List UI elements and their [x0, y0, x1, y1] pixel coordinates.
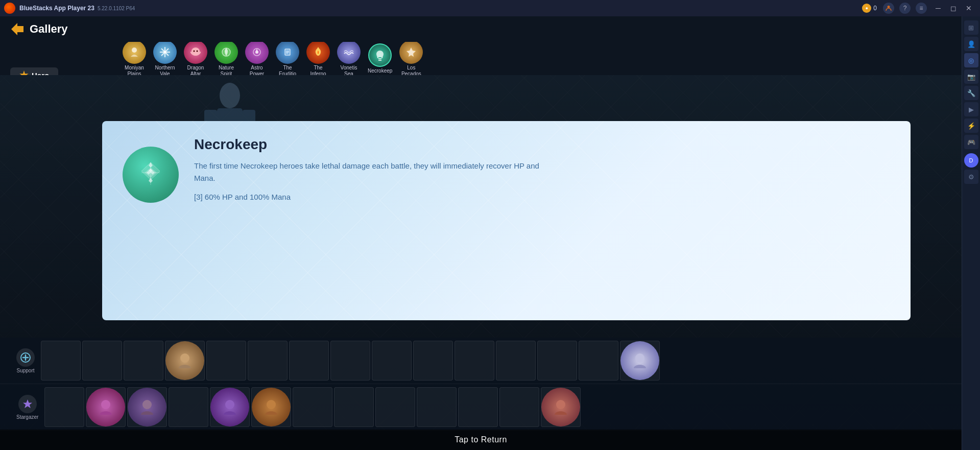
sidebar-icon-8[interactable]: 🎮: [964, 135, 978, 149]
main-area: Gallery Hero Faction ▶ Role ▼: [0, 16, 962, 450]
sidebar-icon-1[interactable]: ⊞: [964, 20, 978, 35]
sidebar-icon-7[interactable]: ⚡: [964, 119, 978, 133]
faction-necrokeep[interactable]: Necrokeep: [368, 43, 392, 74]
northern-icon: [153, 42, 177, 64]
titlebar-icons: ? ≡: [883, 3, 927, 14]
hero-cell-support-empty-3[interactable]: [124, 341, 163, 381]
nature-icon: [214, 42, 238, 64]
svg-point-7: [164, 51, 166, 53]
inferno-icon: [306, 42, 330, 64]
sidebar-icon-3[interactable]: ◎: [964, 53, 978, 67]
hero-cell-support-empty-10[interactable]: [455, 341, 494, 381]
hero-cell-support-empty-8[interactable]: [372, 341, 412, 381]
svg-marker-1: [11, 23, 23, 35]
hero-cell-star-hero2[interactable]: [127, 387, 167, 427]
star-hero1-avatar: [86, 388, 125, 427]
faction-moniyan[interactable]: MoniyanPlains: [123, 42, 146, 75]
vonetis-icon: [337, 42, 361, 64]
hero-cell-star-empty-5[interactable]: [375, 387, 415, 427]
popup-content: Necrokeep The first time Necrokeep heroe…: [194, 136, 890, 201]
hero-cell-star-empty-4[interactable]: [334, 387, 374, 427]
back-button[interactable]: Gallery: [10, 22, 68, 36]
hero-cell-support-empty-12[interactable]: [537, 341, 577, 381]
discord-icon[interactable]: D: [964, 153, 978, 168]
svg-point-35: [267, 400, 276, 409]
faction-nature[interactable]: NatureSpirit: [214, 42, 238, 75]
moniyan-label: MoniyanPlains: [125, 65, 144, 76]
eruditio-label: TheEruditio: [279, 65, 296, 76]
sidebar-settings-icon[interactable]: ⚙: [964, 170, 978, 184]
gallery-title: Gallery: [30, 22, 68, 36]
support-role-btn[interactable]: Support: [10, 346, 41, 375]
svg-point-8: [194, 50, 195, 52]
hero-cell-star-empty-8[interactable]: [499, 387, 539, 427]
hero-cell-support-hero2[interactable]: [620, 341, 660, 381]
svg-rect-18: [378, 60, 381, 61]
hero-cell-star-empty-3[interactable]: [293, 387, 332, 427]
faction-astro[interactable]: AstroPower: [245, 42, 269, 75]
game-background: Necrokeep The first time Necrokeep heroe…: [0, 75, 962, 450]
faction-lospecados[interactable]: LosPecados: [399, 42, 423, 75]
hero-cell-star-empty-7[interactable]: [458, 387, 498, 427]
dragon-icon: [184, 42, 207, 64]
svg-point-32: [101, 400, 110, 409]
hero-cell-star-empty-2[interactable]: [169, 387, 208, 427]
hero-cell-support-empty-9[interactable]: [413, 341, 453, 381]
support-hero2-avatar: [620, 341, 659, 380]
faction-eruditio[interactable]: TheEruditio: [276, 42, 299, 75]
stargazer-role-btn[interactable]: Stargazer: [10, 393, 44, 422]
sidebar-icon-6[interactable]: ▶: [964, 102, 978, 116]
hero-cell-support-empty-5[interactable]: [248, 341, 288, 381]
hero-cell-support-empty-2[interactable]: [82, 341, 122, 381]
svg-point-12: [255, 51, 258, 54]
hero-cell-star-hero5[interactable]: [541, 387, 581, 427]
hero-cell-support-empty-7[interactable]: [330, 341, 370, 381]
hero-cell-support-empty-4[interactable]: [206, 341, 246, 381]
hero-cell-support-empty-13[interactable]: [579, 341, 618, 381]
northern-label: NorthernVale: [155, 65, 175, 76]
bluestacks-logo: [4, 3, 15, 14]
svg-point-29: [180, 353, 189, 363]
minimize-button[interactable]: ─: [931, 3, 945, 14]
svg-rect-17: [378, 58, 381, 59]
eruditio-icon: [276, 42, 299, 64]
hero-cell-star-empty-6[interactable]: [417, 387, 457, 427]
hero-cell-support-empty-11[interactable]: [496, 341, 536, 381]
faction-dragon[interactable]: DragonAltar: [184, 42, 207, 75]
popup-title: Necrokeep: [194, 136, 890, 153]
svg-point-34: [225, 400, 234, 409]
support-role-icon: [16, 348, 35, 367]
support-hero1-avatar: [165, 341, 204, 380]
star-hero2-avatar: [128, 388, 166, 427]
hero-tab[interactable]: Hero: [10, 67, 58, 75]
hero-cell-support-empty-1[interactable]: [41, 341, 81, 381]
dragon-label: DragonAltar: [187, 65, 204, 76]
help-icon-btn[interactable]: ?: [899, 3, 911, 14]
popup-icon-container: [123, 147, 179, 203]
svg-point-36: [556, 400, 565, 409]
hero-cell-star-empty-1[interactable]: [44, 387, 84, 427]
faction-inferno[interactable]: TheInferno: [306, 42, 330, 75]
close-button[interactable]: ✕: [962, 3, 976, 14]
menu-icon-btn[interactable]: ≡: [916, 3, 927, 14]
hero-cell-support-empty-6[interactable]: [289, 341, 329, 381]
moniyan-icon: [123, 42, 146, 64]
stargazer-role-icon: [18, 395, 37, 413]
necrokeep-icon: [368, 43, 392, 67]
faction-vonetis[interactable]: VonetisSea: [337, 42, 361, 75]
svg-marker-31: [23, 399, 32, 408]
hero-cell-support-hero1[interactable]: [165, 341, 205, 381]
hero-cell-star-hero1[interactable]: [86, 387, 126, 427]
hero-cell-star-hero3[interactable]: [210, 387, 250, 427]
tap-to-return[interactable]: Tap to Return: [0, 430, 962, 450]
sidebar-icon-5[interactable]: 🔧: [964, 86, 978, 100]
coin-icon: ●: [862, 4, 871, 13]
svg-point-9: [197, 50, 198, 52]
restore-button[interactable]: ◻: [946, 3, 961, 14]
profile-icon-btn[interactable]: [883, 3, 894, 14]
hero-cell-star-hero4[interactable]: [251, 387, 291, 427]
faction-northern[interactable]: NorthernVale: [153, 42, 177, 75]
sidebar-icon-2[interactable]: 👤: [964, 37, 978, 51]
svg-point-33: [142, 400, 152, 409]
sidebar-icon-4[interactable]: 📷: [964, 69, 978, 84]
